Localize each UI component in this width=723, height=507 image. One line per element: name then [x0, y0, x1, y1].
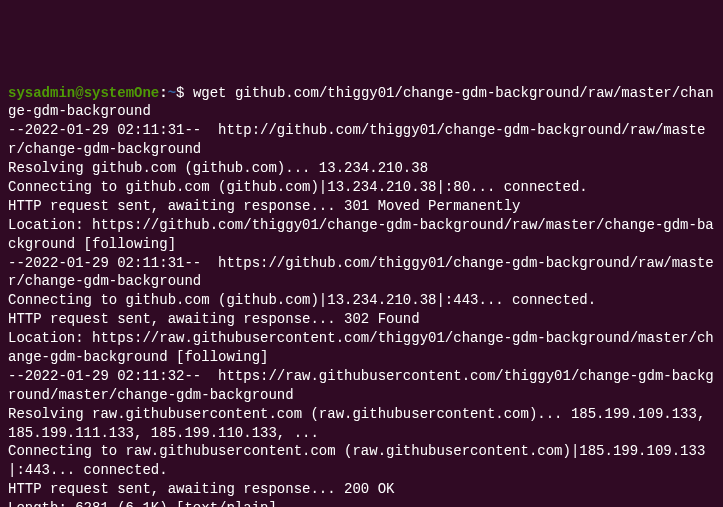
- terminal-output[interactable]: sysadmin@systemOne:~$ wget github.com/th…: [8, 84, 715, 507]
- output-line: --2022-01-29 02:11:31-- http://github.co…: [8, 122, 705, 157]
- output-line: --2022-01-29 02:11:32-- https://raw.gith…: [8, 368, 714, 403]
- output-line: --2022-01-29 02:11:31-- https://github.c…: [8, 255, 714, 290]
- output-line: Length: 6281 (6.1K) [text/plain]: [8, 500, 277, 507]
- prompt-user: sysadmin: [8, 85, 75, 101]
- output-line: Location: https://github.com/thiggy01/ch…: [8, 217, 714, 252]
- prompt-at: @: [75, 85, 83, 101]
- output-line: Resolving github.com (github.com)... 13.…: [8, 160, 428, 176]
- output-line: HTTP request sent, awaiting response... …: [8, 311, 420, 327]
- output-line: Resolving raw.githubusercontent.com (raw…: [8, 406, 714, 441]
- prompt-host: systemOne: [84, 85, 160, 101]
- output-line: Connecting to github.com (github.com)|13…: [8, 179, 588, 195]
- output-line: Connecting to raw.githubusercontent.com …: [8, 443, 705, 478]
- output-line: Connecting to github.com (github.com)|13…: [8, 292, 596, 308]
- prompt-path: ~: [168, 85, 176, 101]
- output-line: HTTP request sent, awaiting response... …: [8, 481, 394, 497]
- output-line: HTTP request sent, awaiting response... …: [8, 198, 520, 214]
- prompt-dollar: $: [176, 85, 193, 101]
- output-line: Location: https://raw.githubusercontent.…: [8, 330, 714, 365]
- prompt-colon: :: [159, 85, 167, 101]
